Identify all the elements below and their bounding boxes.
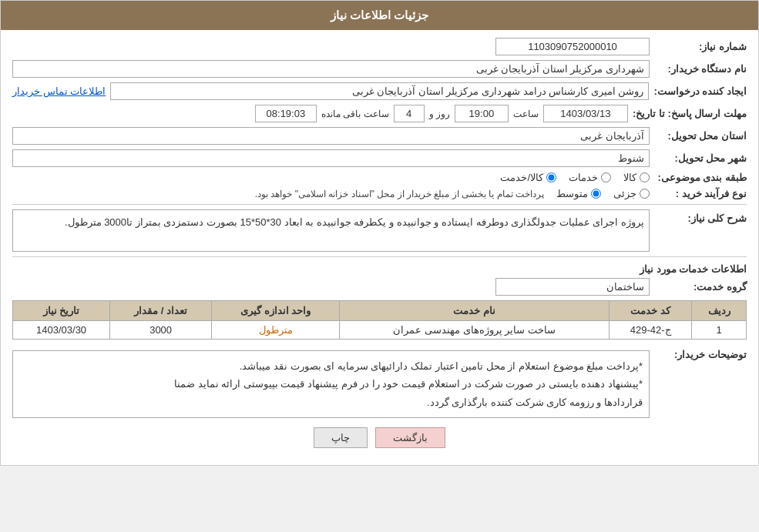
table-row: 1 ج-42-429 ساخت سایر پروژه‌های مهندسی عم… [13,321,747,340]
tabaqe-kala-item: کالا [623,172,650,183]
tabaqe-kala-label: کالا [623,172,636,183]
tabaqe-kala-khadamat-item: کالا/خدمت [500,172,556,183]
col-radif: ردیف [692,301,747,321]
sharh-koli-row: شرح کلی نیاز: پروژه اجرای عملیات جدولگذا… [12,209,747,252]
ostan-row: استان محل تحویل: آذربایجان غربی [12,127,747,145]
tozihat-box: *پرداخت مبلغ موضوع استعلام از محل تامین … [12,350,650,418]
roz-value: 4 [394,105,425,122]
mohlat-label: مهلت ارسال پاسخ: تا تاریخ: [633,108,747,119]
saat-label: ساعت [513,109,539,119]
col-kod: کد خدمت [609,301,691,321]
roz-label: روز و [429,109,450,119]
ijad-konande-label: ایجاد کننده درخواست: [653,85,747,97]
ostan-value: آذربایجان غربی [12,127,650,145]
tabaqe-kala-radio[interactable] [640,172,650,182]
saat-baghimande-label: ساعت باقی مانده [321,109,389,119]
cell-nam: ساخت سایر پروژه‌های مهندسی عمران [340,321,610,340]
farayand-motavaset-item: متوسط [556,188,601,199]
tabaqe-row: طبقه بندی موضوعی: کالا خدمات کالا/خدمت [12,172,747,183]
farayand-radio-group: جزئی متوسط [556,188,650,199]
saat-value: 19:00 [455,105,509,122]
shahr-label: شهر محل تحویل: [654,152,747,164]
cell-kod: ج-42-429 [609,321,691,340]
khadamat-table: ردیف کد خدمت نام خدمت واحد اندازه گیری ت… [12,300,747,340]
shomare-niaz-row: شماره نیاز: 1103090752000010 [12,38,747,55]
tabaqe-kala-khadamat-label: کالا/خدمت [500,172,543,183]
tabaqe-radio-group: کالا خدمات کالا/خدمت [500,172,650,183]
farayand-motavaset-radio[interactable] [591,189,601,199]
col-nam: نام خدمت [340,301,610,321]
farayand-jozii-label: جزئی [613,188,636,199]
nam-dastgah-label: نام دستگاه خریدار: [654,63,747,75]
nam-dastgah-row: نام دستگاه خریدار: شهرداری مرکزیلر استان… [12,60,747,78]
ostan-label: استان محل تحویل: [654,130,747,142]
nam-dastgah-value: شهرداری مرکزیلر استان آذربایجان غربی [12,60,650,78]
farayand-jozii-item: جزئی [613,188,650,199]
tozihat-row: توضیحات خریدار: *پرداخت مبلغ موضوع استعل… [12,346,747,418]
ijad-konande-row: ایجاد کننده درخواست: روشن امیری کارشناس … [12,82,747,100]
shahr-row: شهر محل تحویل: شنوط [12,149,747,167]
tozihat-line2: *پیشنهاد دهنده بایستی در صورت شرکت در اس… [19,375,643,393]
tabaqe-kala-khadamat-radio[interactable] [546,172,556,182]
grohe-khadamat-label: گروه خدمت: [654,281,747,293]
print-button[interactable]: چاپ [314,427,368,448]
mohlat-row: مهلت ارسال پاسخ: تا تاریخ: 1403/03/13 سا… [12,105,747,122]
tozihat-label: توضیحات خریدار: [654,346,747,360]
col-tedad: تعداد / مقدار [110,301,212,321]
cell-vahed: مترطول [212,321,340,340]
page-title: جزئیات اطلاعات نیاز [1,1,758,30]
tozihat-line1: *پرداخت مبلغ موضوع استعلام از محل تامین … [19,357,643,375]
grohe-khadamat-row: گروه خدمت: ساختمان [12,278,747,296]
farayand-motavaset-label: متوسط [556,188,588,199]
saat-baghimande-value: 08:19:03 [255,105,317,122]
shomare-niaz-value: 1103090752000010 [495,38,650,55]
back-button[interactable]: بازگشت [375,427,445,448]
cell-radif: 1 [692,321,747,340]
divider-1 [12,204,747,205]
tarikh-value: 1403/03/13 [543,105,628,122]
shahr-value: شنوط [12,149,650,167]
col-vahed: واحد اندازه گیری [212,301,340,321]
ettelaat-tamas-link[interactable]: اطلاعات تماس خریدار [12,85,106,97]
shomare-niaz-label: شماره نیاز: [654,41,747,52]
farayand-jozii-radio[interactable] [640,189,650,199]
khadamat-section-title: اطلاعات خدمات مورد نیاز [12,263,747,275]
now-farayand-row: نوع فرآیند خرید : جزئی متوسط پرداخت تمام… [12,188,747,199]
sharh-koli-label: شرح کلی نیاز: [654,209,747,224]
col-tarikh: تاریخ نیاز [13,301,110,321]
cell-tarikh: 1403/03/30 [13,321,110,340]
button-bar: بازگشت چاپ [12,427,747,448]
tabaqe-khadamat-item: خدمات [569,172,611,183]
divider-2 [12,256,747,257]
sharh-koli-value: پروژه اجرای عملیات جدولگذاری دوطرفه ایست… [12,209,650,252]
ijad-konande-value: روشن امیری کارشناس درامد شهرداری مرکزیلر… [110,82,649,100]
tozihat-line3: قراردادها و رزومه کاری شرکت کننده بارگذا… [19,393,643,411]
now-farayand-label: نوع فرآیند خرید : [654,188,747,199]
tabaqe-khadamat-radio[interactable] [601,172,611,182]
tabaqe-label: طبقه بندی موضوعی: [654,172,747,183]
tabaqe-khadamat-label: خدمات [569,172,598,183]
farayand-desc: پرداخت تمام یا بخشی از مبلغ خریدار از مح… [255,189,544,199]
grohe-khadamat-value: ساختمان [495,278,650,296]
cell-tedad: 3000 [110,321,212,340]
